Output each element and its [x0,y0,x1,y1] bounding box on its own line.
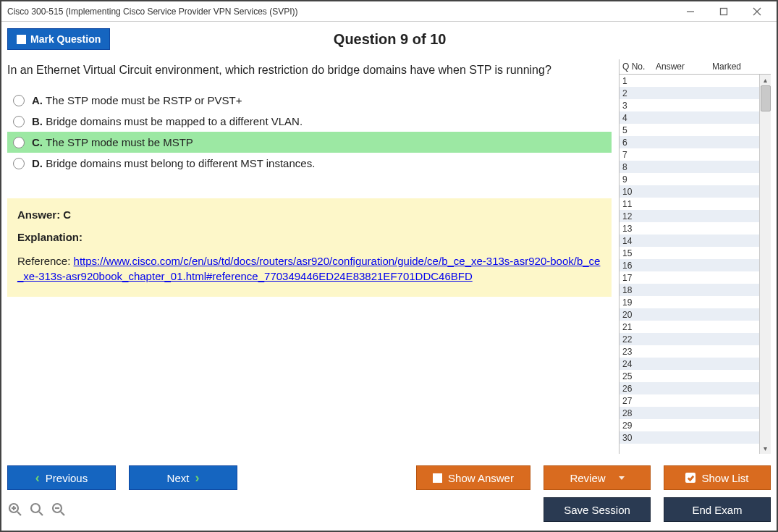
option-text: The STP mode must be RSTP or PVST+ [46,94,242,106]
list-row[interactable]: 16 [620,259,771,271]
list-row[interactable]: 27 [620,394,771,407]
footer-row-2: Save Session End Exam [7,497,771,522]
header-row: Mark Question Question 9 of 10 [7,26,771,52]
scroll-down-icon[interactable]: ▾ [760,443,771,454]
list-row[interactable]: 10 [620,185,771,198]
option-c[interactable]: C. The STP mode must be MSTP [7,132,612,153]
list-row[interactable]: 4 [620,111,771,124]
answer-panel: Answer: C Explanation: Reference: https:… [7,198,612,297]
row-qno: 5 [622,125,656,135]
row-qno: 25 [622,371,656,381]
show-answer-button[interactable]: Show Answer [416,465,530,490]
row-qno: 21 [622,322,656,332]
svg-point-8 [31,504,40,512]
end-exam-button[interactable]: End Exam [664,497,771,522]
list-row[interactable]: 11 [620,198,771,210]
list-row[interactable]: 17 [620,271,771,284]
previous-button[interactable]: ‹ Previous [7,465,116,490]
list-row[interactable]: 2 [620,87,771,99]
row-qno: 29 [622,421,656,431]
row-qno: 19 [622,297,656,308]
list-row[interactable]: 8 [620,161,771,173]
row-qno: 4 [622,113,656,123]
show-answer-label: Show Answer [448,472,514,484]
row-qno: 16 [622,261,656,271]
list-row[interactable]: 3 [620,99,771,111]
option-d[interactable]: D. Bridge domains must belong to differe… [7,153,612,174]
zoom-out-icon[interactable] [51,502,67,518]
chevron-left-icon: ‹ [35,470,40,486]
reference-link[interactable]: https://www.cisco.com/c/en/us/td/docs/ro… [17,255,600,282]
show-list-button[interactable]: Show List [664,465,771,490]
list-row[interactable]: 30 [620,431,771,444]
zoom-controls [7,502,67,518]
scroll-up-icon[interactable]: ▴ [760,75,771,85]
maximize-icon[interactable] [717,5,730,18]
svg-line-5 [17,512,21,515]
review-button[interactable]: Review [544,465,651,490]
svg-line-11 [61,512,64,515]
row-qno: 20 [622,310,656,320]
zoom-in-icon[interactable] [7,502,23,518]
list-row[interactable]: 24 [620,358,771,370]
svg-line-9 [39,512,43,515]
next-label: Next [167,472,190,484]
minimize-icon[interactable] [684,5,697,18]
row-qno: 7 [622,150,656,160]
row-qno: 24 [622,359,656,369]
check-icon [685,473,695,483]
question-stem: In an Ethernet Virtual Circuit environme… [7,64,612,77]
scroll-thumb[interactable] [761,85,771,111]
list-row[interactable]: 20 [620,308,771,321]
list-row[interactable]: 5 [620,124,771,136]
main-column: In an Ethernet Virtual Circuit environme… [7,59,612,454]
list-row[interactable]: 22 [620,333,771,345]
option-letter: A. [32,94,43,106]
row-qno: 6 [622,138,656,148]
list-row[interactable]: 15 [620,247,771,259]
mark-question-label: Mark Question [30,33,101,45]
list-row[interactable]: 6 [620,136,771,148]
next-button[interactable]: Next › [129,465,237,490]
list-row[interactable]: 29 [620,419,771,431]
list-row[interactable]: 25 [620,370,771,382]
list-row[interactable]: 26 [620,382,771,394]
close-icon[interactable] [750,5,764,18]
radio-icon [13,95,25,106]
list-row[interactable]: 12 [620,210,771,222]
option-a[interactable]: A. The STP mode must be RSTP or PVST+ [7,90,612,111]
col-marked: Marked [712,62,768,72]
list-row[interactable]: 13 [620,222,771,235]
mark-question-button[interactable]: Mark Question [7,28,110,50]
zoom-icon[interactable] [29,502,45,518]
list-row[interactable]: 9 [620,173,771,185]
list-row[interactable]: 18 [620,284,771,296]
row-qno: 17 [622,273,656,283]
row-qno: 23 [622,347,656,357]
checkbox-icon [17,35,26,44]
save-session-label: Save Session [564,504,630,516]
row-qno: 9 [622,174,656,185]
list-row[interactable]: 14 [620,235,771,247]
list-row[interactable]: 21 [620,321,771,333]
footer: ‹ Previous Next › Show Answer Review Sho… [1,460,777,531]
checkbox-icon [433,473,442,483]
option-b[interactable]: B. Bridge domains must be mapped to a di… [7,111,612,132]
row-qno: 12 [622,211,656,221]
col-qno: Q No. [622,62,656,72]
scrollbar[interactable]: ▴ ▾ [759,75,771,454]
list-row[interactable]: 28 [620,407,771,419]
reference-prefix: Reference: [17,255,74,267]
save-session-button[interactable]: Save Session [544,497,651,522]
list-row[interactable]: 7 [620,148,771,161]
list-row[interactable]: 1 [620,75,771,87]
chevron-right-icon: › [195,470,199,486]
row-qno: 30 [622,433,656,443]
row-qno: 13 [622,224,656,234]
list-row[interactable]: 19 [620,296,771,308]
list-header: Q No. Answer Marked [620,59,771,75]
row-qno: 18 [622,285,656,295]
option-text: Bridge domains must belong to different … [46,157,315,169]
window-controls [684,5,771,18]
list-row[interactable]: 23 [620,345,771,358]
